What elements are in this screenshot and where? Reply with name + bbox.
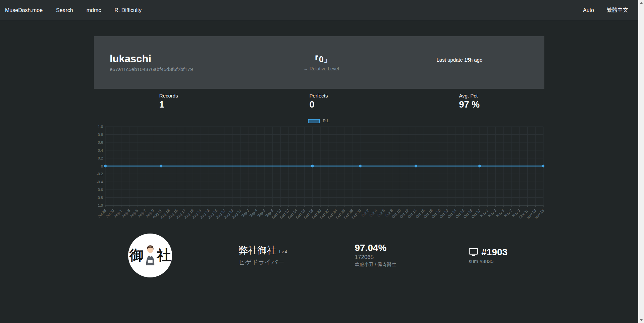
svg-text:Aug 3: Aug 3: [121, 208, 131, 218]
record-rank-cell: #1903 sum #3835: [432, 247, 544, 264]
record-accuracy: 97.04%: [355, 243, 396, 253]
scrollbar-up-arrow-icon[interactable]: [638, 0, 644, 6]
stats-row: Records 1 Perfects 0 Avg. Pct 97 %: [94, 89, 544, 110]
svg-text:Sep 6: Sep 6: [257, 208, 266, 218]
svg-text:0.6: 0.6: [98, 140, 103, 144]
svg-text:Nov 3: Nov 3: [487, 208, 497, 218]
relative-level-label: → Relative Level: [304, 66, 339, 71]
player-name: lukaschi: [110, 53, 252, 65]
svg-text:Sep 2: Sep 2: [240, 208, 250, 218]
player-identity: lukaschi e67a11c5eb104376abf45d3f6f2bf17…: [110, 53, 252, 72]
nav-item-language[interactable]: 繁體中文: [607, 7, 628, 14]
cover-left-character: 御: [129, 246, 144, 265]
stat-avg-pct: Avg. Pct 97 %: [459, 93, 480, 110]
legend-item-rl[interactable]: R.L.: [308, 119, 330, 123]
relative-level-block: 『0』 → Relative Level: [252, 54, 390, 71]
song-cover-image: 御 社: [128, 234, 172, 277]
scrollbar-down-arrow-icon[interactable]: [638, 317, 644, 323]
legend-label: R.L.: [323, 119, 330, 123]
svg-text:0: 0: [101, 164, 103, 168]
svg-text:Nov 1: Nov 1: [479, 208, 489, 218]
brand-link[interactable]: MuseDash.moe: [5, 7, 43, 13]
stat-avg-pct-value: 97 %: [459, 100, 480, 110]
stat-records: Records 1: [159, 93, 179, 110]
nav-left: MuseDash.moe Search mdmc R. Difficulty: [5, 7, 142, 13]
page-scrollbar[interactable]: [638, 0, 644, 323]
nav-item-r-difficulty[interactable]: R. Difficulty: [114, 7, 142, 13]
svg-text:-0.6: -0.6: [97, 188, 103, 192]
nav-right: Auto 繁體中文: [583, 7, 628, 14]
relative-level-chart[interactable]: 1.00.80.60.40.20-0.2-0.4-0.6-0.8-1.0Jul …: [94, 125, 544, 225]
nav-item-search[interactable]: Search: [56, 7, 73, 13]
svg-text:Nov 5: Nov 5: [495, 208, 505, 218]
cover-right-character: 社: [157, 246, 171, 265]
svg-text:-1.0: -1.0: [97, 203, 103, 207]
record-cover-cell: 御 社: [94, 234, 207, 277]
stat-perfects: Perfects 0: [309, 93, 329, 110]
svg-text:-0.2: -0.2: [97, 172, 103, 176]
record-score-cell: 97.04% 172065 華服小丑 / 佩奇醫生: [319, 243, 432, 268]
record-score: 172065: [355, 254, 396, 261]
page: MuseDash.moe Search mdmc R. Difficulty A…: [0, 0, 638, 323]
player-id-hash: e67a11c5eb104376abf45d3f6f2bf179: [110, 66, 252, 72]
desktop-monitor-icon: [469, 248, 478, 256]
relative-level-value: 『0』: [311, 54, 332, 65]
record-row[interactable]: 御 社 弊社御社Lv.4 ヒ: [94, 230, 544, 281]
svg-text:Aug 5: Aug 5: [129, 208, 139, 218]
song-title: 弊社御社: [238, 245, 276, 255]
svg-text:Oct 30: Oct 30: [471, 208, 481, 219]
svg-text:Jul 28: Jul 28: [97, 208, 107, 218]
song-artist: ヒゲドライバー: [238, 258, 287, 267]
record-sum-rank: sum #3835: [469, 258, 507, 264]
svg-text:Oct 4: Oct 4: [369, 208, 378, 217]
record-rank: #1903: [481, 247, 507, 258]
stat-perfects-value: 0: [309, 100, 329, 110]
svg-text:Nov 7: Nov 7: [503, 208, 513, 218]
chart-legend: R.L.: [94, 119, 544, 123]
legend-swatch-icon: [308, 119, 320, 123]
top-nav: MuseDash.moe Search mdmc R. Difficulty A…: [0, 0, 638, 21]
stat-avg-pct-label: Avg. Pct: [459, 93, 480, 99]
svg-text:0.4: 0.4: [98, 148, 103, 152]
svg-text:0.2: 0.2: [98, 156, 103, 160]
svg-text:0.8: 0.8: [98, 133, 103, 137]
stat-records-label: Records: [159, 93, 179, 99]
record-character-elfin: 華服小丑 / 佩奇醫生: [355, 262, 396, 268]
player-card: lukaschi e67a11c5eb104376abf45d3f6f2bf17…: [94, 36, 544, 89]
svg-text:Oct 6: Oct 6: [376, 208, 385, 217]
song-level: Lv.4: [279, 249, 287, 254]
nav-item-auto-theme[interactable]: Auto: [583, 7, 594, 13]
svg-text:Oct 2: Oct 2: [361, 208, 370, 217]
svg-text:Aug 7: Aug 7: [137, 208, 147, 218]
record-song-cell: 弊社御社Lv.4 ヒゲドライバー: [207, 244, 319, 267]
main-content: lukaschi e67a11c5eb104376abf45d3f6f2bf17…: [94, 36, 544, 281]
last-update-text: Last update 15h ago: [436, 57, 482, 63]
svg-text:Aug 1: Aug 1: [113, 208, 123, 218]
svg-text:Sep 4: Sep 4: [249, 208, 258, 218]
svg-text:-0.4: -0.4: [97, 180, 103, 184]
svg-text:1.0: 1.0: [98, 125, 103, 129]
stat-perfects-label: Perfects: [309, 93, 329, 99]
svg-text:Jul 30: Jul 30: [105, 208, 115, 218]
cover-person-illustration: [144, 245, 156, 266]
svg-text:-0.8: -0.8: [97, 196, 103, 200]
stat-records-value: 1: [159, 100, 179, 110]
nav-item-mdmc[interactable]: mdmc: [87, 7, 101, 13]
last-update-block: Last update 15h ago: [390, 60, 529, 65]
